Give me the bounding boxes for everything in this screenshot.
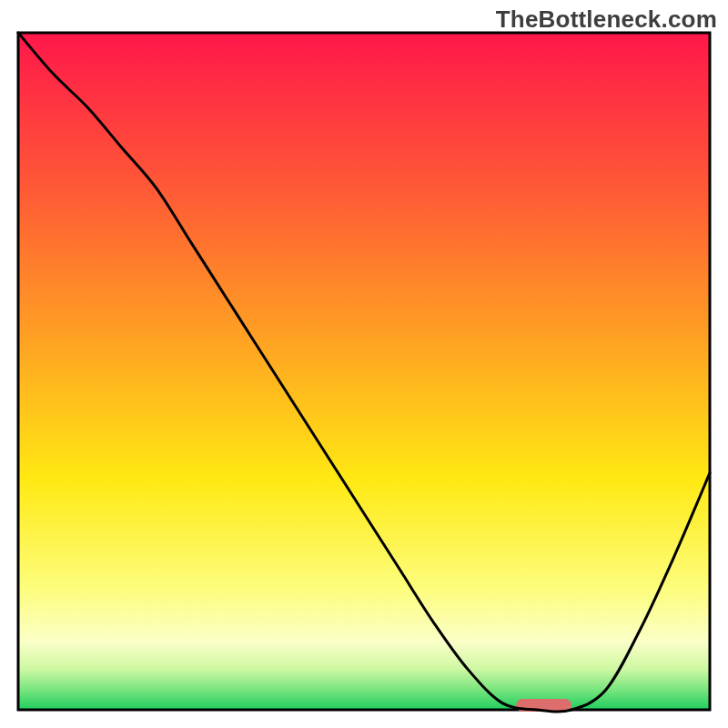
chart-container: TheBottleneck.com xyxy=(0,0,728,728)
bottleneck-chart xyxy=(0,0,728,728)
plot-background xyxy=(18,33,710,710)
